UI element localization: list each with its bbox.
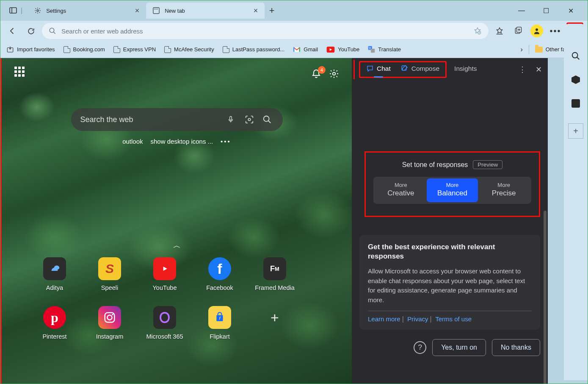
tab-actions-icon[interactable]	[9, 6, 17, 15]
favorite-mcafee[interactable]: McAfee Security	[164, 46, 214, 53]
tile-framed[interactable]: FMFramed Media	[247, 257, 302, 306]
svg-point-2	[37, 10, 39, 11]
page-icon	[164, 46, 171, 53]
collections-button[interactable]	[511, 23, 526, 39]
more-button[interactable]: •••	[548, 23, 563, 39]
svg-point-4	[155, 9, 155, 10]
window-controls: — ☐ ✕	[513, 7, 584, 15]
tab-label: Settings	[46, 8, 66, 14]
page-settings-button[interactable]	[329, 69, 339, 79]
tile-m365[interactable]: Microsoft 365	[137, 306, 192, 355]
search-placeholder: Search the web	[80, 115, 220, 124]
tab-settings[interactable]: Settings ×	[28, 3, 146, 19]
refresh-button[interactable]	[23, 23, 39, 39]
favorite-lastpass[interactable]: LastPass password...	[223, 46, 285, 53]
tile-speeli[interactable]: SSpeeli	[82, 257, 137, 306]
search-icon	[49, 27, 56, 35]
svg-text:+: +	[478, 32, 480, 34]
star-add-icon[interactable]: +	[473, 27, 482, 35]
favorite-youtube[interactable]: YouTube	[326, 46, 359, 53]
mic-icon[interactable]	[227, 115, 238, 124]
tone-creative[interactable]: MoreCreative	[375, 178, 427, 202]
favorite-gmail[interactable]: Gmail	[293, 46, 318, 53]
svg-rect-3	[153, 8, 159, 14]
tile-instagram[interactable]: Instagram	[82, 306, 137, 355]
tone-selector: Set tone of responses Preview MoreCreati…	[364, 151, 540, 217]
visual-search-icon[interactable]	[245, 115, 256, 124]
tone-balanced[interactable]: MoreBalanced	[427, 178, 478, 202]
rail-tools-button[interactable]	[570, 74, 581, 85]
learn-more-link[interactable]: Learn more	[368, 315, 400, 323]
svg-point-7	[50, 28, 54, 33]
titlebar: | Settings × New tab × + — ☐ ✕	[0, 0, 588, 21]
address-bar[interactable]: Search or enter web address +	[42, 23, 489, 39]
panel-more-button[interactable]: ⋮	[519, 65, 526, 74]
search-suggestions: outlook show desktop icons ... •••	[122, 138, 231, 145]
terms-link[interactable]: Terms of use	[435, 315, 472, 323]
panel-scrollbar[interactable]	[544, 211, 547, 384]
svg-point-29	[54, 266, 60, 270]
help-button[interactable]: ?	[414, 341, 426, 354]
sidebar-rail: +	[564, 24, 588, 380]
page-icon	[223, 46, 229, 53]
tile-aditya[interactable]: Aditya	[27, 257, 82, 306]
favorites-overflow-button[interactable]: ›	[520, 46, 522, 53]
no-button[interactable]: No thanks	[492, 339, 540, 356]
close-window-button[interactable]: ✕	[562, 7, 579, 15]
yes-button[interactable]: Yes, turn on	[432, 339, 486, 356]
favorite-translate[interactable]: 文 Translate	[368, 46, 401, 53]
maximize-button[interactable]: ☐	[538, 7, 555, 15]
svg-point-24	[333, 72, 335, 75]
web-search-input[interactable]: Search the web	[71, 108, 283, 131]
tile-facebook[interactable]: fFacebook	[192, 257, 247, 306]
more-suggestions[interactable]: •••	[221, 138, 231, 145]
apps-grid-button[interactable]	[14, 67, 29, 81]
favorites-button[interactable]	[492, 23, 507, 39]
search-icon[interactable]	[262, 115, 273, 124]
card-title: Get the best experience with relevant re…	[368, 242, 532, 262]
panel-close-button[interactable]: ✕	[536, 65, 542, 74]
import-favorites-button[interactable]: Import favorites	[6, 46, 55, 53]
panel-tab-chat[interactable]: Chat	[366, 65, 391, 74]
close-icon[interactable]: ×	[135, 6, 140, 15]
tile-youtube[interactable]: YouTube	[137, 257, 192, 306]
rail-search-button[interactable]	[570, 50, 581, 61]
svg-line-28	[268, 121, 271, 123]
gmail-icon	[293, 47, 301, 53]
suggestion[interactable]: outlook	[122, 138, 143, 145]
profile-button[interactable]	[529, 23, 544, 39]
svg-point-16	[536, 28, 538, 31]
tone-precise[interactable]: MorePrecise	[478, 178, 530, 202]
compose-icon	[401, 65, 409, 72]
svg-point-26	[248, 118, 251, 121]
favorite-booking[interactable]: Booking.com	[63, 46, 105, 53]
favorite-expressvpn[interactable]: Express VPN	[113, 46, 156, 53]
expand-chevron-icon[interactable]: ︿	[173, 240, 181, 250]
close-icon[interactable]: ×	[254, 6, 258, 15]
rail-add-button[interactable]: +	[568, 123, 583, 139]
favorites-bar: Import favorites Booking.com Express VPN…	[0, 41, 588, 58]
chat-icon	[366, 65, 374, 72]
suggestion[interactable]: show desktop icons ...	[151, 138, 213, 145]
back-button[interactable]	[5, 23, 20, 39]
tile-flipkart[interactable]: fFlipkart	[192, 306, 247, 355]
panel-tab-insights[interactable]: Insights	[454, 65, 477, 74]
translate-icon: 文	[368, 46, 375, 53]
new-tab-button[interactable]: +	[265, 3, 279, 18]
notifications-button[interactable]: 4	[311, 69, 321, 79]
svg-point-32	[112, 314, 113, 315]
folder-icon	[535, 47, 543, 53]
add-tile-button[interactable]: +	[247, 306, 302, 355]
minimize-button[interactable]: —	[513, 7, 530, 15]
tab-newtab[interactable]: New tab ×	[146, 3, 265, 19]
svg-point-31	[107, 315, 112, 320]
svg-point-5	[156, 9, 157, 10]
toolbar: Search or enter web address + •••	[0, 21, 588, 41]
tone-title: Set tone of responses	[402, 161, 468, 169]
rail-item-button[interactable]	[570, 98, 581, 109]
panel-tab-compose[interactable]: Compose	[401, 65, 439, 74]
tab-label: New tab	[165, 8, 185, 14]
svg-rect-19	[299, 47, 300, 52]
tile-pinterest[interactable]: pPinterest	[27, 306, 82, 355]
privacy-link[interactable]: Privacy	[407, 315, 428, 323]
